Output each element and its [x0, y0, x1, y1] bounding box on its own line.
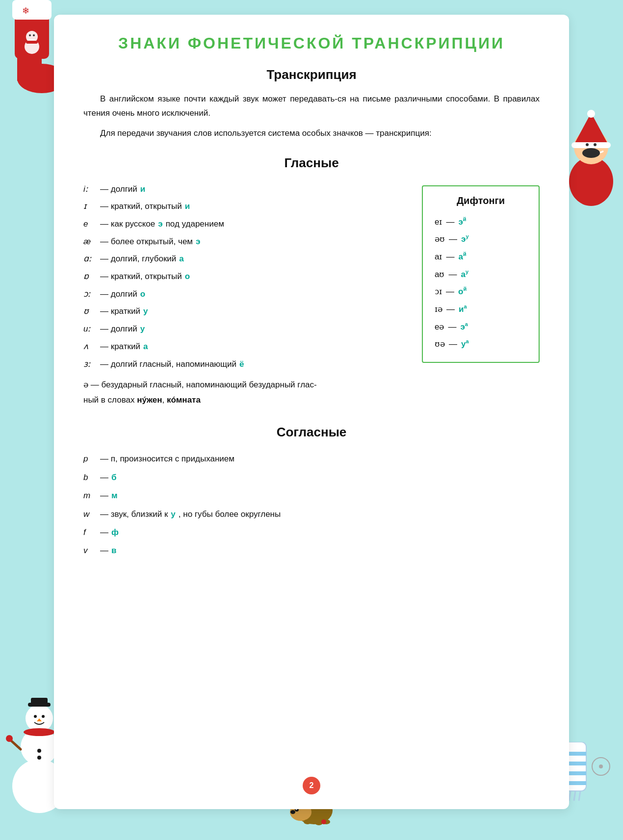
svg-point-6 [25, 39, 39, 54]
vowel-item-3: e — как русское э под ударением [83, 215, 407, 233]
svg-point-43 [304, 819, 312, 824]
diph-symbol: əʊ [435, 230, 445, 248]
vowels-container: iː — долгий и ɪ — краткий, открытый и e … [83, 180, 540, 373]
vowel-highlight: у [140, 320, 145, 338]
svg-rect-21 [28, 703, 51, 707]
svg-point-60 [599, 764, 603, 768]
svg-point-42 [290, 810, 295, 814]
svg-point-59 [592, 758, 610, 775]
diph-rus: эу [461, 230, 469, 248]
word-komnata: кóмната [167, 395, 201, 405]
svg-rect-3 [17, 54, 42, 81]
phonetic-symbol: uː [83, 320, 97, 338]
svg-point-44 [315, 820, 323, 825]
diph-item-1: eɪ — эй [435, 213, 527, 231]
vowel-desc: — как русское [100, 215, 155, 233]
svg-point-7 [29, 34, 31, 36]
main-card: ЗНАКИ ФОНЕТИЧЕСКОЙ ТРАНСКРИПЦИИ Транскри… [54, 15, 569, 809]
vowel-desc: — долгий [100, 320, 137, 338]
svg-point-11 [574, 130, 608, 164]
vowel-item-7: ɔː — долгий о [83, 285, 407, 303]
section-transcription-title: Транскрипция [83, 67, 540, 82]
vowel-item-10: ʌ — краткий а [83, 338, 407, 356]
svg-point-31 [6, 735, 13, 742]
vowel-highlight: и [140, 180, 145, 198]
svg-point-16 [594, 143, 597, 146]
diph-symbol: eə [435, 318, 444, 336]
phonetic-symbol: æ [83, 233, 97, 251]
svg-line-56 [569, 791, 571, 801]
vowel-highlight: а [143, 338, 148, 356]
svg-line-58 [579, 791, 580, 801]
consonant-item-p: p — п, произносится с придыханием [83, 450, 540, 468]
diph-rus: уа [461, 335, 469, 353]
diph-dash: — [449, 230, 457, 248]
cons-highlight: у [171, 505, 175, 523]
diph-dash: — [446, 301, 455, 318]
cons-symbol: f [83, 523, 97, 541]
diph-item-4: aʊ — ау [435, 266, 527, 283]
consonant-item-b: b — б [83, 468, 540, 486]
vowel-highlight: и [185, 198, 190, 215]
vowel-desc2: под ударением [166, 215, 224, 233]
svg-text:❄: ❄ [22, 6, 29, 16]
diph-dash: — [449, 335, 457, 353]
cons-desc2: , но губы более округлены [179, 505, 281, 523]
diph-dash: — [448, 266, 457, 283]
svg-marker-12 [574, 113, 608, 145]
page-number-text: 2 [310, 781, 314, 790]
svg-rect-13 [571, 142, 611, 148]
cons-symbol: b [83, 468, 97, 486]
diph-symbol: aɪ [435, 248, 442, 266]
diph-item-3: aɪ — ай [435, 248, 527, 266]
phonetic-symbol: ɜː [83, 356, 97, 373]
cons-symbol: m [83, 486, 97, 505]
schwa-comma: , [162, 395, 166, 405]
vowel-desc: — краткий [100, 303, 140, 320]
diph-symbol: eɪ [435, 213, 442, 231]
cons-symbol: p [83, 450, 97, 468]
vowel-item-6: ɒ — краткий, открытый о [83, 268, 407, 285]
diph-dash: — [446, 248, 454, 266]
consonants-list: p — п, произносится с придыханием b — б … [83, 450, 540, 560]
cons-highlight: б [111, 468, 117, 486]
diph-item-7: eə — эа [435, 318, 527, 336]
svg-point-20 [26, 705, 53, 732]
cons-dash: — [100, 486, 108, 505]
svg-point-28 [24, 728, 55, 736]
santa-decoration [562, 108, 621, 206]
vowel-desc: — краткий, открытый [100, 268, 182, 285]
diph-rus: эй [458, 213, 466, 231]
svg-rect-1 [12, 0, 52, 20]
diph-dash: — [448, 318, 456, 336]
intro-paragraph-1: В английском языке почти каждый звук мож… [83, 92, 540, 121]
vowel-desc: — краткий [100, 338, 140, 356]
svg-point-14 [587, 110, 595, 118]
cons-symbol: w [83, 505, 97, 523]
diph-rus: иа [459, 301, 467, 318]
diph-rus: ой [458, 283, 467, 301]
consonant-item-v: v — в [83, 541, 540, 560]
diph-symbol: ʊə [435, 335, 445, 353]
consonant-item-w: w — звук, близкий к у , но губы более ок… [83, 505, 540, 523]
diph-rus: эа [460, 318, 468, 336]
consonant-item-f: f — ф [83, 523, 540, 541]
vowel-item-11: ɜː — долгий гласный, напоминающий ё [83, 356, 407, 373]
cons-highlight: м [111, 486, 118, 505]
svg-rect-22 [31, 698, 48, 705]
phonetic-symbol: ʌ [83, 338, 97, 356]
cons-symbol: v [83, 541, 97, 560]
svg-point-24 [42, 715, 45, 718]
cons-highlight: в [111, 541, 116, 560]
vowel-highlight: а [179, 250, 183, 268]
schwa-explanation: ə — безударный гласный, напоминающий без… [83, 378, 540, 407]
intro-paragraph-2: Для передачи звучания слов используется … [83, 127, 540, 141]
section-vowels-title: Гласные [83, 155, 540, 171]
svg-point-23 [34, 715, 37, 718]
svg-point-15 [586, 143, 589, 146]
diph-symbol: ɪə [435, 301, 442, 318]
vowel-highlight: о [140, 285, 145, 303]
cons-dash: — [100, 468, 108, 486]
word-nuzhen: нýжен [137, 395, 162, 405]
vowel-desc: — долгий [100, 180, 137, 198]
